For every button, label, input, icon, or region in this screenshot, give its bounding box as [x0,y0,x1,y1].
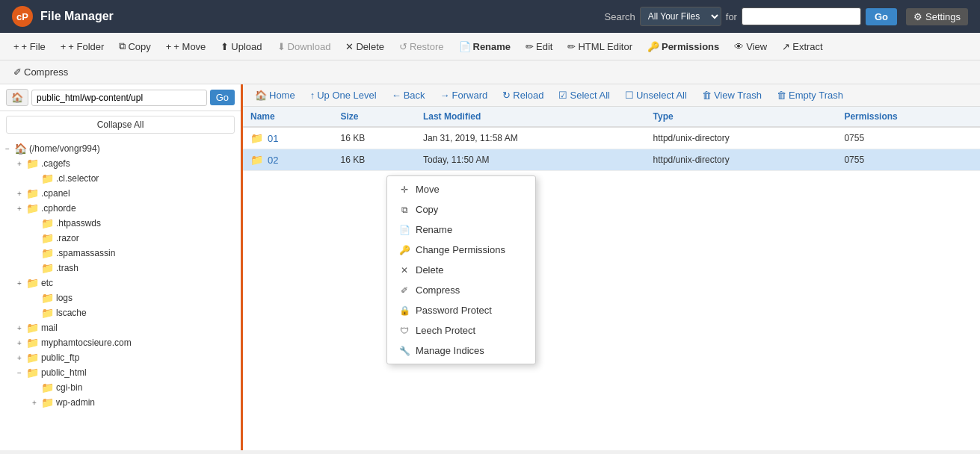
col-name[interactable]: Name [243,107,333,127]
trash-icon: 🗑 [702,90,712,101]
delete-button[interactable]: ✕ Delete [339,38,390,55]
file-button[interactable]: + + File [7,38,52,55]
upload-button[interactable]: ⬆ Upload [215,38,268,55]
edit-button[interactable]: ✏ Edit [520,38,558,55]
select-all-button[interactable]: ☑ Select All [552,87,615,103]
tree-item-trash[interactable]: 📁 .trash [0,261,241,276]
download-button[interactable]: ⬇ Download [271,38,337,55]
table-row[interactable]: 📁 02 16 KB Today, 11:50 AM httpd/unix-di… [243,149,980,171]
unselect-all-button[interactable]: ☐ Unselect All [619,87,693,103]
tree-item-cphorde[interactable]: + 📁 .cphorde [0,201,241,216]
table-header-row: Name Size Last Modified Type Permissions [243,107,980,127]
file-name-cell: 📁 01 [243,127,333,149]
tree-item-cagefs[interactable]: + 📁 .cagefs [0,156,241,171]
tree-item-htpasswds[interactable]: 📁 .htpasswds [0,216,241,231]
tree-toggle: + [15,160,24,168]
search-go-button[interactable]: Go [866,8,897,25]
delete-icon: ✕ [345,41,354,52]
file-table: Name Size Last Modified Type Permissions… [243,107,980,171]
permissions-button[interactable]: 🔑 Permissions [641,38,725,55]
folder-icon: 📁 [41,292,54,304]
path-go-button[interactable]: Go [210,90,235,105]
view-trash-button[interactable]: 🗑 View Trash [696,87,768,103]
copy-button[interactable]: ⧉ Copy [113,37,156,55]
wrench-icon: 🔧 [399,346,410,356]
tree-item-razor[interactable]: 📁 .razor [0,231,241,246]
rename-button[interactable]: 📄 Rename [453,38,517,55]
file-modified-cell: Today, 11:50 AM [416,149,646,171]
context-leech-label: Leech Protect [416,325,475,336]
folder-icon: 📁 [41,217,54,229]
search-select[interactable]: All Your Files This Folder This Director… [640,7,721,26]
context-copy[interactable]: ⧉ Copy [387,199,535,220]
tree-item-logs[interactable]: 📁 logs [0,290,241,305]
back-button[interactable]: ← Back [386,87,431,103]
context-indices-label: Manage Indices [416,345,484,356]
tree-item-mypham[interactable]: + 📁 myphamtocsieure.com [0,335,241,350]
compress-button[interactable]: ✐ Compress [7,63,74,81]
home-button[interactable]: 🏠 Home [249,87,301,103]
tree-label-cl-selector: .cl.selector [56,173,99,184]
context-compress[interactable]: ✐ Compress [387,280,535,300]
gear-icon: ⚙ [913,11,922,22]
tree-toggle: + [15,205,24,213]
tree-item-cl-selector[interactable]: 📁 .cl.selector [0,171,241,186]
folder-icon: 📁 [26,337,39,349]
tree-label-wp-admin: wp-admin [56,397,95,408]
up-one-level-button[interactable]: ↑ Up One Level [304,87,383,103]
view-button[interactable]: 👁 View [728,38,773,55]
tree-item-public-html[interactable]: − 📁 public_html [0,365,241,380]
folder-icon: 📁 [26,187,39,199]
context-leech-protect[interactable]: 🛡 Leech Protect [387,320,535,340]
context-delete[interactable]: ✕ Delete [387,260,535,280]
folder-icon: 📁 [41,307,54,319]
file-size-cell: 16 KB [333,127,415,149]
path-input[interactable] [31,90,207,106]
context-rename[interactable]: 📄 Rename [387,220,535,240]
col-permissions[interactable]: Permissions [836,107,980,127]
context-change-permissions[interactable]: 🔑 Change Permissions [387,240,535,260]
search-input[interactable] [742,7,861,25]
context-copy-label: Copy [416,204,438,215]
tree-toggle: + [15,279,24,287]
col-type[interactable]: Type [646,107,837,127]
path-home-button[interactable]: 🏠 [6,89,28,106]
tree-item-mail[interactable]: + 📁 mail [0,320,241,335]
tree-item-lscache[interactable]: 📁 lscache [0,305,241,320]
file-type-cell: httpd/unix-directory [646,149,837,171]
file-name-cell: 📁 02 [243,149,333,171]
collapse-all-button[interactable]: Collapse All [6,116,235,134]
table-row[interactable]: 📁 01 16 KB Jan 31, 2019, 11:58 AM httpd/… [243,127,980,149]
col-last-modified[interactable]: Last Modified [416,107,646,127]
tree-item-spamassassin[interactable]: 📁 .spamassassin [0,246,241,261]
upload-icon: ⬆ [221,41,229,52]
tree-item-cgi-bin[interactable]: 📁 cgi-bin [0,380,241,395]
context-password-protect[interactable]: 🔒 Password Protect [387,300,535,320]
context-move[interactable]: ✛ Move [387,179,535,199]
move-button[interactable]: + + Move [160,38,212,55]
tree-item-etc[interactable]: + 📁 etc [0,276,241,290]
html-editor-button[interactable]: ✏ HTML Editor [561,38,638,55]
folder-button[interactable]: + + Folder [55,38,111,55]
compress-icon: ✐ [13,66,22,78]
search-for-label: for [726,11,737,22]
forward-button[interactable]: → Forward [434,87,494,103]
tree-item-cpanel[interactable]: + 📁 .cpanel [0,186,241,201]
col-size[interactable]: Size [333,107,415,127]
reload-button[interactable]: ↻ Reload [496,87,549,103]
folder-icon: 📁 [41,172,54,184]
tree-item-wp-admin[interactable]: + 📁 wp-admin [0,395,241,410]
empty-trash-button[interactable]: 🗑 Empty Trash [771,87,849,103]
context-manage-indices[interactable]: 🔧 Manage Indices [387,340,535,361]
extract-button[interactable]: ↗ Extract [776,38,828,55]
reload-icon: ↻ [502,90,511,101]
permissions-icon: 🔑 [647,41,659,52]
tree-item-public-ftp[interactable]: + 📁 public_ftp [0,350,241,365]
lock-icon: 🔒 [399,305,410,316]
folder-icon: 📁 [26,202,39,214]
tree-toggle: − [15,369,24,377]
settings-button[interactable]: ⚙ Settings [906,8,968,25]
rename-icon: 📄 [459,41,471,52]
restore-button[interactable]: ↺ Restore [393,38,450,55]
tree-item-home[interactable]: − 🏠 (/home/vongr994) [0,141,241,156]
